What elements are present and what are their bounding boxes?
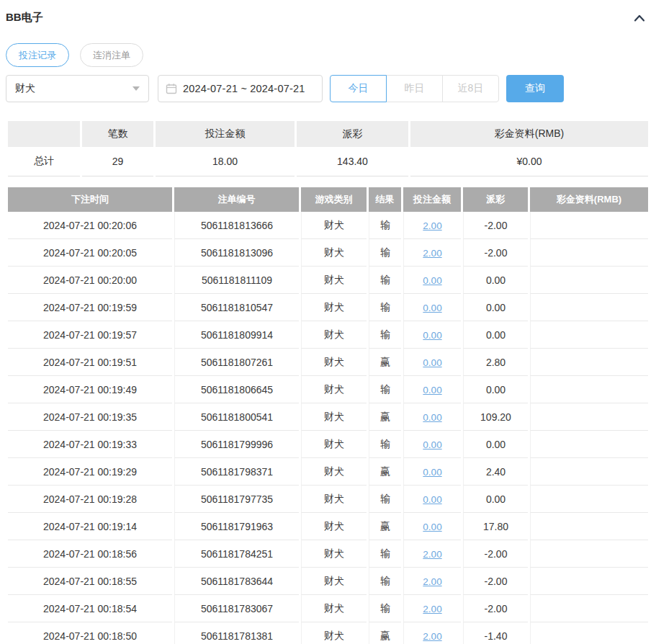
bet-time-cell: 2024-07-21 00:19:33 bbox=[8, 431, 172, 458]
date-range-picker[interactable]: 2024-07-21 ~ 2024-07-21 bbox=[158, 75, 323, 102]
bet-amount-link[interactable]: 2.00 bbox=[423, 576, 441, 587]
order-id-cell: 5061181809914 bbox=[174, 321, 299, 349]
order-id-cell: 5061181811109 bbox=[174, 267, 299, 294]
table-row: 2024-07-21 00:18:555061181783644财犬输2.00-… bbox=[8, 568, 648, 595]
game-type-cell: 财犬 bbox=[301, 540, 367, 568]
tab-bet-records[interactable]: 投注记录 bbox=[6, 43, 69, 67]
bet-table-header-row: 下注时间 注单编号 游戏类别 结果 投注金额 派彩 彩金资料(RMB) bbox=[8, 187, 648, 212]
bonus-cell bbox=[530, 294, 648, 321]
chevron-up-icon[interactable] bbox=[632, 12, 647, 24]
panel-header: BB电子 bbox=[6, 0, 650, 24]
bonus-cell bbox=[530, 239, 648, 267]
bet-amount-cell: 2.00 bbox=[403, 595, 461, 622]
game-type-cell: 财犬 bbox=[301, 212, 367, 239]
quick-filter-last-8-days[interactable]: 近8日 bbox=[442, 75, 499, 102]
tab-cancelled-orders[interactable]: 连消注单 bbox=[80, 43, 143, 67]
bonus-cell bbox=[530, 349, 648, 376]
bet-amount-cell: 0.00 bbox=[403, 321, 461, 349]
payout-cell: 0.00 bbox=[463, 321, 528, 349]
order-id-cell: 5061181810547 bbox=[174, 294, 299, 321]
bonus-cell bbox=[530, 540, 648, 568]
bet-amount-cell: 2.00 bbox=[403, 540, 461, 568]
bet-amount-cell: 0.00 bbox=[403, 294, 461, 321]
bonus-cell bbox=[530, 458, 648, 486]
bet-amount-cell: 0.00 bbox=[403, 458, 461, 486]
search-button[interactable]: 查询 bbox=[506, 75, 564, 102]
order-id-cell: 5061181783644 bbox=[174, 568, 299, 595]
bet-amount-cell: 2.00 bbox=[403, 622, 461, 644]
bet-amount-cell: 2.00 bbox=[403, 568, 461, 595]
bet-amount-cell: 0.00 bbox=[403, 376, 461, 403]
bet-amount-link[interactable]: 0.00 bbox=[423, 385, 441, 395]
bet-amount-link[interactable]: 2.00 bbox=[423, 248, 441, 259]
bet-amount-link[interactable]: 0.00 bbox=[423, 275, 441, 286]
bet-time-cell: 2024-07-21 00:19:51 bbox=[8, 349, 172, 376]
payout-cell: -1.40 bbox=[463, 622, 528, 644]
col-header-bet-amount: 投注金额 bbox=[403, 187, 461, 212]
table-row: 2024-07-21 00:19:285061181797735财犬输0.000… bbox=[8, 486, 648, 513]
bet-amount-cell: 2.00 bbox=[403, 239, 461, 267]
quick-filter-yesterday[interactable]: 昨日 bbox=[386, 75, 443, 102]
bet-table: 下注时间 注单编号 游戏类别 结果 投注金额 派彩 彩金资料(RMB) 2024… bbox=[6, 187, 650, 644]
game-type-cell: 财犬 bbox=[301, 267, 367, 294]
result-cell: 输 bbox=[369, 294, 401, 321]
result-cell: 赢 bbox=[369, 403, 401, 431]
bet-amount-link[interactable]: 0.00 bbox=[423, 412, 441, 423]
calendar-icon bbox=[166, 83, 177, 94]
bet-amount-link[interactable]: 0.00 bbox=[423, 439, 441, 450]
bet-amount-link[interactable]: 0.00 bbox=[423, 357, 441, 368]
summary-total-count: 29 bbox=[82, 147, 153, 176]
summary-total-bet-amount: 18.00 bbox=[156, 147, 295, 176]
summary-total-label: 总计 bbox=[8, 147, 80, 176]
payout-cell: 0.00 bbox=[463, 376, 528, 403]
bet-time-cell: 2024-07-21 00:20:00 bbox=[8, 267, 172, 294]
result-cell: 赢 bbox=[369, 513, 401, 540]
payout-cell: -2.00 bbox=[463, 540, 528, 568]
game-type-cell: 财犬 bbox=[301, 622, 367, 644]
bet-amount-link[interactable]: 0.00 bbox=[423, 330, 441, 341]
order-id-cell: 5061181800541 bbox=[174, 403, 299, 431]
bonus-cell bbox=[530, 595, 648, 622]
bet-amount-link[interactable]: 2.00 bbox=[423, 549, 441, 560]
order-id-cell: 5061181783067 bbox=[174, 595, 299, 622]
result-cell: 输 bbox=[369, 568, 401, 595]
bet-amount-link[interactable]: 0.00 bbox=[423, 522, 441, 532]
game-type-cell: 财犬 bbox=[301, 294, 367, 321]
bet-amount-link[interactable]: 2.00 bbox=[423, 220, 441, 231]
bet-amount-link[interactable]: 0.00 bbox=[423, 494, 441, 505]
payout-cell: 109.20 bbox=[463, 403, 528, 431]
quick-filter-today[interactable]: 今日 bbox=[330, 75, 387, 102]
table-row: 2024-07-21 00:19:575061181809914财犬输0.000… bbox=[8, 321, 648, 349]
bet-amount-link[interactable]: 2.00 bbox=[423, 604, 441, 614]
table-row: 2024-07-21 00:19:515061181807261财犬赢0.002… bbox=[8, 349, 648, 376]
bet-amount-cell: 0.00 bbox=[403, 267, 461, 294]
summary-header-payout: 派彩 bbox=[297, 121, 408, 147]
game-type-cell: 财犬 bbox=[301, 513, 367, 540]
game-type-cell: 财犬 bbox=[301, 486, 367, 513]
game-select[interactable]: 财犬 bbox=[6, 75, 149, 102]
bonus-cell bbox=[530, 321, 648, 349]
col-header-bonus: 彩金资料(RMB) bbox=[530, 187, 648, 212]
bet-time-cell: 2024-07-21 00:18:54 bbox=[8, 595, 172, 622]
game-type-cell: 财犬 bbox=[301, 458, 367, 486]
bet-amount-link[interactable]: 0.00 bbox=[423, 303, 441, 313]
bet-amount-link[interactable]: 0.00 bbox=[423, 467, 441, 478]
date-range-value: 2024-07-21 ~ 2024-07-21 bbox=[183, 83, 305, 94]
table-row: 2024-07-21 00:19:145061181791963财犬赢0.001… bbox=[8, 513, 648, 540]
result-cell: 输 bbox=[369, 486, 401, 513]
summary-header-bet-amount: 投注金额 bbox=[156, 121, 295, 147]
bonus-cell bbox=[530, 568, 648, 595]
summary-header-row: 笔数 投注金额 派彩 彩金资料(RMB) bbox=[8, 121, 648, 147]
table-row: 2024-07-21 00:19:595061181810547财犬输0.000… bbox=[8, 294, 648, 321]
result-cell: 输 bbox=[369, 267, 401, 294]
payout-cell: -2.00 bbox=[463, 595, 528, 622]
order-id-cell: 5061181813096 bbox=[174, 239, 299, 267]
bonus-cell bbox=[530, 622, 648, 644]
result-cell: 输 bbox=[369, 239, 401, 267]
table-row: 2024-07-21 00:19:495061181806645财犬输0.000… bbox=[8, 376, 648, 403]
bet-amount-link[interactable]: 2.00 bbox=[423, 631, 441, 642]
summary-header-empty bbox=[8, 121, 80, 147]
table-row: 2024-07-21 00:18:545061181783067财犬输2.00-… bbox=[8, 595, 648, 622]
result-cell: 输 bbox=[369, 321, 401, 349]
payout-cell: 0.00 bbox=[463, 486, 528, 513]
